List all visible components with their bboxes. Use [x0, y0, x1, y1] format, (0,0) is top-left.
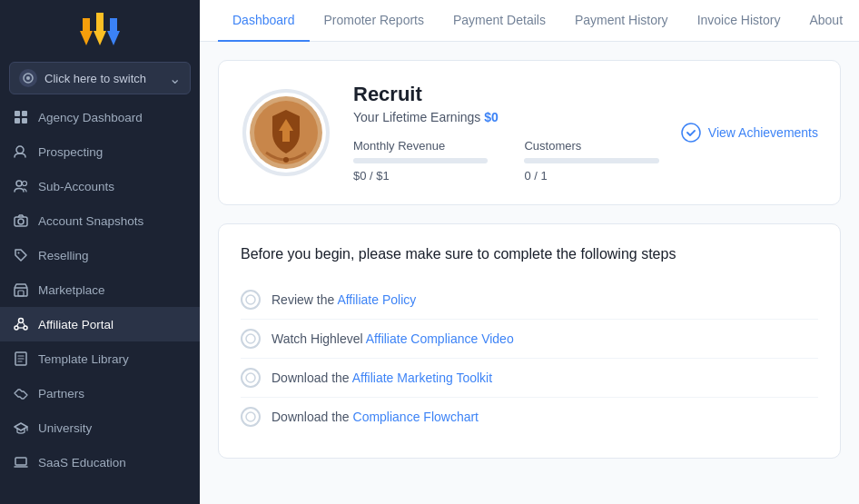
tab-promoter-reports[interactable]: Promoter Reports — [310, 0, 439, 42]
svg-point-28 — [246, 334, 255, 343]
tab-bar: Dashboard Promoter Reports Payment Detai… — [200, 0, 859, 42]
sidebar-item-reselling[interactable]: Reselling — [0, 238, 200, 272]
affiliate-icon — [13, 316, 29, 332]
sidebar-nav: Agency Dashboard Prospecting — [0, 100, 200, 504]
metric-label: Monthly Revenue — [353, 139, 488, 153]
svg-rect-16 — [18, 291, 24, 296]
svg-point-29 — [246, 373, 255, 382]
sidebar-item-label: University — [38, 421, 92, 435]
sidebar-item-prospecting[interactable]: Prospecting — [0, 134, 200, 169]
store-icon — [13, 282, 29, 298]
step-text: Review the Affiliate Policy — [272, 292, 416, 307]
step-text: Download the Affiliate Marketing Toolkit — [272, 371, 492, 385]
step-check-icon — [241, 329, 261, 349]
svg-point-19 — [24, 326, 27, 330]
sidebar-item-marketplace[interactable]: Marketplace — [0, 272, 200, 307]
svg-point-11 — [23, 182, 27, 186]
affiliate-policy-link[interactable]: Affiliate Policy — [337, 292, 416, 307]
svg-rect-21 — [15, 458, 26, 465]
svg-point-27 — [246, 295, 255, 304]
step-check-icon — [241, 368, 261, 388]
sidebar-item-label: Marketplace — [38, 283, 105, 297]
svg-point-13 — [18, 219, 24, 224]
metric-label: Customers — [524, 139, 658, 153]
metrics-row: Monthly Revenue $0 / $1 Customers 0 / 1 — [353, 139, 659, 183]
sidebar-item-label: Agency Dashboard — [38, 111, 143, 124]
sidebar-item-label: SaaS Education — [38, 456, 126, 469]
metric-value: 0 / 1 — [524, 169, 658, 183]
switch-icon — [19, 69, 37, 87]
svg-point-9 — [16, 146, 24, 153]
sidebar: Click here to switch ⌄ Agency Dashboard — [0, 0, 200, 504]
step-check-icon — [241, 290, 261, 310]
metric-bar — [524, 158, 658, 163]
earnings-value: $0 — [484, 110, 499, 124]
sidebar-item-partners[interactable]: Partners — [0, 376, 200, 410]
user-search-icon — [13, 143, 29, 160]
sidebar-item-label: Affiliate Portal — [38, 318, 114, 331]
content-area: Recruit Your Lifetime Earnings $0 Monthl… — [200, 42, 859, 504]
svg-point-18 — [15, 326, 18, 330]
svg-rect-5 — [15, 111, 20, 116]
svg-rect-6 — [22, 111, 27, 116]
svg-rect-8 — [22, 118, 27, 124]
sidebar-item-label: Partners — [38, 387, 84, 400]
view-achievements-button[interactable]: View Achievements — [681, 123, 818, 143]
svg-point-17 — [19, 319, 24, 323]
sidebar-item-label: Sub-Accounts — [38, 180, 114, 193]
sidebar-item-label: Template Library — [38, 352, 129, 366]
users-icon — [13, 178, 29, 194]
view-achievements-label: View Achievements — [708, 125, 818, 140]
tab-payment-details[interactable]: Payment Details — [439, 0, 560, 42]
graduation-icon — [13, 420, 29, 436]
sidebar-item-university[interactable]: University — [0, 410, 200, 445]
sidebar-item-agency-dashboard[interactable]: Agency Dashboard — [0, 100, 200, 134]
marketing-toolkit-link[interactable]: Affiliate Marketing Toolkit — [352, 371, 492, 385]
logo-icon — [73, 11, 127, 47]
rank-card: Recruit Your Lifetime Earnings $0 Monthl… — [218, 60, 841, 205]
step-text: Download the Compliance Flowchart — [272, 410, 479, 424]
compliance-flowchart-link[interactable]: Compliance Flowchart — [353, 410, 479, 424]
lifetime-earnings: Your Lifetime Earnings $0 — [353, 110, 659, 124]
svg-point-14 — [18, 252, 20, 254]
switch-button[interactable]: Click here to switch ⌄ — [9, 62, 191, 94]
svg-point-25 — [283, 157, 289, 163]
list-item: Download the Compliance Flowchart — [241, 398, 818, 436]
metric-value: $0 / $1 — [353, 169, 488, 183]
main-content: Dashboard Promoter Reports Payment Detai… — [200, 0, 859, 504]
sidebar-item-template-library[interactable]: Template Library — [0, 341, 200, 376]
rank-badge — [241, 87, 331, 178]
tab-invoice-history[interactable]: Invoice History — [683, 0, 795, 42]
rank-info: Recruit Your Lifetime Earnings $0 Monthl… — [353, 83, 659, 183]
handshake-icon — [13, 385, 29, 401]
svg-point-4 — [26, 76, 30, 80]
svg-point-26 — [682, 124, 700, 142]
sidebar-item-saas-education[interactable]: SaaS Education — [0, 445, 200, 479]
switch-button-label: Click here to switch — [44, 72, 146, 85]
sidebar-item-account-snapshots[interactable]: Account Snapshots — [0, 203, 200, 238]
metric-customers: Customers 0 / 1 — [524, 139, 658, 183]
camera-icon — [13, 212, 29, 229]
grid-icon — [13, 109, 29, 125]
laptop-icon — [13, 454, 29, 470]
switch-chevron-icon: ⌄ — [169, 70, 181, 87]
step-check-icon — [241, 407, 261, 427]
step-text: Watch Highlevel Affiliate Compliance Vid… — [272, 331, 514, 346]
sidebar-item-affiliate-portal[interactable]: Affiliate Portal — [0, 307, 200, 341]
list-item: Download the Affiliate Marketing Toolkit — [241, 359, 818, 398]
list-item: Review the Affiliate Policy — [241, 281, 818, 320]
compliance-video-link[interactable]: Affiliate Compliance Video — [366, 331, 514, 346]
metric-monthly-revenue: Monthly Revenue $0 / $1 — [353, 139, 488, 183]
sidebar-item-sub-accounts[interactable]: Sub-Accounts — [0, 169, 200, 203]
svg-marker-1 — [94, 13, 106, 45]
metric-bar — [353, 158, 488, 163]
book-icon — [13, 351, 29, 367]
svg-rect-15 — [15, 288, 27, 296]
tab-about[interactable]: About — [795, 0, 857, 42]
list-item: Watch Highlevel Affiliate Compliance Vid… — [241, 320, 818, 359]
tab-dashboard[interactable]: Dashboard — [218, 0, 310, 42]
svg-point-10 — [16, 181, 22, 186]
sidebar-item-label: Account Snapshots — [38, 214, 143, 228]
tag-icon — [13, 247, 29, 263]
tab-payment-history[interactable]: Payment History — [560, 0, 683, 42]
